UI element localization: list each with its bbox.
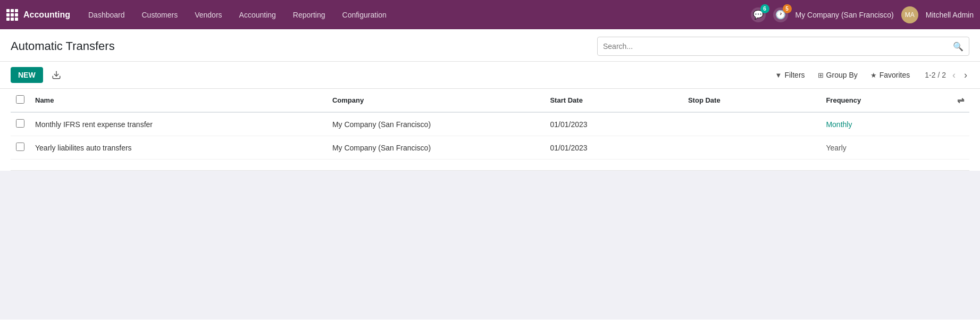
search-bar: 🔍 bbox=[597, 37, 969, 56]
row-name[interactable]: Yearly liabilites auto transfers bbox=[30, 136, 327, 160]
search-icon: 🔍 bbox=[953, 41, 964, 52]
favorites-label: Favorites bbox=[880, 71, 910, 79]
nav-item-accounting[interactable]: Accounting bbox=[232, 7, 283, 22]
row-frequency: Monthly bbox=[820, 112, 948, 136]
header-checkbox-col bbox=[11, 89, 30, 112]
row-frequency: Yearly bbox=[820, 136, 948, 160]
row-settings-cell bbox=[948, 112, 969, 136]
app-name: Accounting bbox=[23, 10, 70, 20]
activity-count: 5 bbox=[783, 4, 792, 13]
toolbar-right: ▼ Filters ⊞ Group By ★ Favorites 1-2 / 2… bbox=[771, 69, 969, 81]
settings-icon[interactable]: ⇌ bbox=[957, 96, 964, 105]
select-all-checkbox[interactable] bbox=[16, 95, 24, 104]
transfers-table: Name Company Start Date Stop Date Freque… bbox=[11, 89, 969, 160]
top-right-actions: 💬 6 🕐 5 My Company (San Francisco) MA Mi… bbox=[751, 6, 974, 23]
download-button[interactable] bbox=[48, 68, 64, 82]
user-avatar[interactable]: MA bbox=[901, 6, 918, 23]
nav-item-configuration[interactable]: Configuration bbox=[335, 7, 394, 22]
page-title: Automatic Transfers bbox=[11, 39, 115, 53]
table-body: Monthly IFRS rent expense transfer My Co… bbox=[11, 112, 969, 160]
main-page: Automatic Transfers 🔍 NEW ▼ Filters bbox=[0, 29, 980, 335]
group-by-label: Group By bbox=[826, 71, 858, 79]
prev-page-button[interactable]: ‹ bbox=[950, 70, 958, 80]
row-name[interactable]: Monthly IFRS rent expense transfer bbox=[30, 112, 327, 136]
header-name: Name bbox=[30, 89, 327, 112]
toolbar-left: NEW bbox=[11, 67, 64, 83]
grid-menu-icon[interactable] bbox=[6, 9, 18, 21]
new-button[interactable]: NEW bbox=[11, 67, 43, 83]
table-header: Name Company Start Date Stop Date Freque… bbox=[11, 89, 969, 112]
nav-item-vendors[interactable]: Vendors bbox=[187, 7, 229, 22]
filters-label: Filters bbox=[784, 71, 805, 79]
favorites-button[interactable]: ★ Favorites bbox=[866, 69, 915, 81]
row-checkbox-cell bbox=[11, 136, 30, 160]
filter-icon: ▼ bbox=[775, 71, 782, 79]
row-checkbox-0[interactable] bbox=[16, 119, 24, 128]
user-name: Mitchell Admin bbox=[926, 11, 974, 19]
table-container: Name Company Start Date Stop Date Freque… bbox=[0, 89, 980, 160]
group-by-button[interactable]: ⊞ Group By bbox=[814, 69, 862, 81]
messages-count: 6 bbox=[760, 4, 769, 13]
nav-item-reporting[interactable]: Reporting bbox=[286, 7, 333, 22]
nav-item-customers[interactable]: Customers bbox=[135, 7, 186, 22]
table-row: Yearly liabilites auto transfers My Comp… bbox=[11, 136, 969, 160]
row-start-date: 01/01/2023 bbox=[545, 112, 682, 136]
messages-icon[interactable]: 💬 6 bbox=[751, 7, 766, 22]
group-by-icon: ⊞ bbox=[818, 71, 824, 79]
company-name[interactable]: My Company (San Francisco) bbox=[795, 11, 894, 19]
toolbar-row: NEW ▼ Filters ⊞ Group By ★ Favorites bbox=[0, 62, 980, 89]
row-checkbox-cell bbox=[11, 112, 30, 136]
header-frequency: Frequency bbox=[820, 89, 948, 112]
row-settings-cell bbox=[948, 136, 969, 160]
row-checkbox-1[interactable] bbox=[16, 143, 24, 151]
table-row: Monthly IFRS rent expense transfer My Co… bbox=[11, 112, 969, 136]
top-navigation: Accounting Dashboard Customers Vendors A… bbox=[0, 0, 980, 29]
row-company: My Company (San Francisco) bbox=[327, 112, 545, 136]
star-icon: ★ bbox=[870, 71, 877, 79]
pagination-text: 1-2 / 2 bbox=[925, 71, 946, 79]
header-settings-col: ⇌ bbox=[948, 89, 969, 112]
header-stop-date: Stop Date bbox=[683, 89, 820, 112]
row-stop-date bbox=[683, 112, 820, 136]
activity-icon[interactable]: 🕐 5 bbox=[773, 7, 788, 22]
pagination: 1-2 / 2 ‹ › bbox=[925, 70, 969, 80]
row-company: My Company (San Francisco) bbox=[327, 136, 545, 160]
search-input[interactable] bbox=[603, 42, 953, 51]
bottom-area bbox=[0, 171, 980, 320]
row-start-date: 01/01/2023 bbox=[545, 136, 682, 160]
main-menu: Dashboard Customers Vendors Accounting R… bbox=[81, 7, 749, 22]
next-page-button[interactable]: › bbox=[962, 70, 969, 80]
app-brand[interactable]: Accounting bbox=[6, 9, 70, 21]
header-company: Company bbox=[327, 89, 545, 112]
filters-button[interactable]: ▼ Filters bbox=[771, 69, 809, 81]
nav-item-dashboard[interactable]: Dashboard bbox=[81, 7, 132, 22]
header-start-date: Start Date bbox=[545, 89, 682, 112]
row-stop-date bbox=[683, 136, 820, 160]
